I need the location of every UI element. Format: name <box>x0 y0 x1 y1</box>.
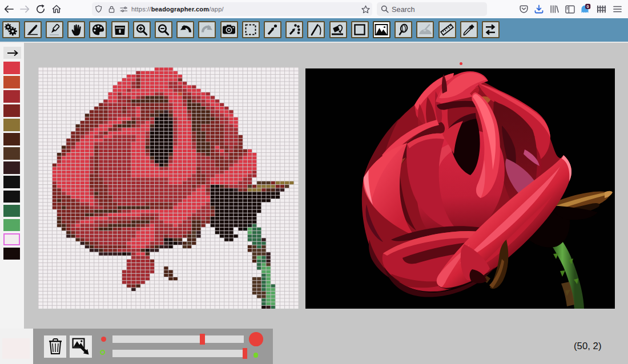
svg-text:0: 0 <box>587 4 589 9</box>
